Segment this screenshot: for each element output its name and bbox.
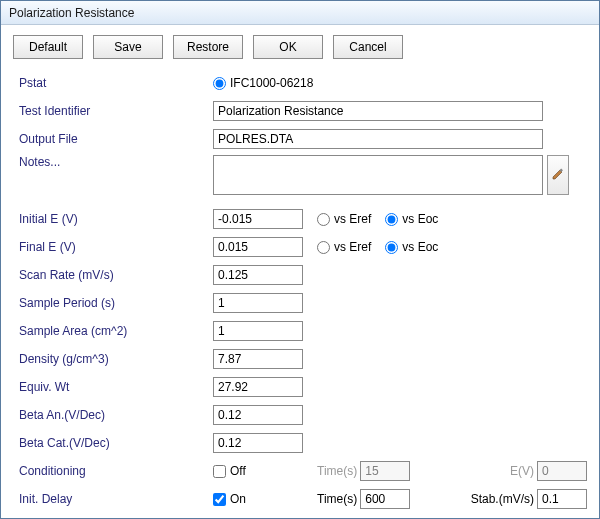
restore-button[interactable]: Restore bbox=[173, 35, 243, 59]
pstat-label: Pstat bbox=[13, 76, 213, 90]
window-title: Polarization Resistance bbox=[9, 6, 134, 20]
vs-eoc-text-2: vs Eoc bbox=[402, 240, 438, 254]
conditioning-label: Conditioning bbox=[13, 464, 213, 478]
final-e-label: Final E (V) bbox=[13, 240, 213, 254]
test-identifier-label: Test Identifier bbox=[13, 104, 213, 118]
cond-ev-input bbox=[537, 461, 587, 481]
vs-eoc-text: vs Eoc bbox=[402, 212, 438, 226]
vs-eref-text: vs Eref bbox=[334, 212, 371, 226]
initial-e-label: Initial E (V) bbox=[13, 212, 213, 226]
pencil-icon bbox=[552, 168, 564, 183]
pstat-device: IFC1000-06218 bbox=[230, 76, 313, 90]
cancel-button[interactable]: Cancel bbox=[333, 35, 403, 59]
init-delay-on-text: On bbox=[230, 492, 246, 506]
init-delay-checkbox[interactable] bbox=[213, 493, 226, 506]
content-area: Default Save Restore OK Cancel Pstat IFC… bbox=[1, 25, 599, 518]
sample-period-input[interactable] bbox=[213, 293, 303, 313]
notes-edit-button[interactable] bbox=[547, 155, 569, 195]
test-identifier-input[interactable] bbox=[213, 101, 543, 121]
init-delay-checkbox-group[interactable]: On bbox=[213, 492, 303, 506]
scan-rate-input[interactable] bbox=[213, 265, 303, 285]
delay-stab-label: Stab.(mV/s) bbox=[471, 492, 534, 506]
beta-cat-input[interactable] bbox=[213, 433, 303, 453]
window: Polarization Resistance Default Save Res… bbox=[0, 0, 600, 519]
delay-time-label: Time(s) bbox=[317, 492, 357, 506]
final-e-vs-eoc-radio[interactable]: vs Eoc bbox=[385, 240, 438, 254]
pstat-radio[interactable]: IFC1000-06218 bbox=[213, 76, 313, 90]
init-delay-label: Init. Delay bbox=[13, 492, 213, 506]
ok-button[interactable]: OK bbox=[253, 35, 323, 59]
final-e-vs-eref-input[interactable] bbox=[317, 241, 330, 254]
cond-time-input bbox=[360, 461, 410, 481]
conditioning-checkbox[interactable] bbox=[213, 465, 226, 478]
toolbar: Default Save Restore OK Cancel bbox=[13, 35, 587, 59]
conditioning-off-text: Off bbox=[230, 464, 246, 478]
notes-textarea[interactable] bbox=[213, 155, 543, 195]
window-titlebar: Polarization Resistance bbox=[1, 1, 599, 25]
beta-an-label: Beta An.(V/Dec) bbox=[13, 408, 213, 422]
cond-time-label: Time(s) bbox=[317, 464, 357, 478]
final-e-vs-eref-radio[interactable]: vs Eref bbox=[317, 240, 371, 254]
output-file-input[interactable] bbox=[213, 129, 543, 149]
equiv-wt-input[interactable] bbox=[213, 377, 303, 397]
initial-e-vs-eref-input[interactable] bbox=[317, 213, 330, 226]
cond-ev-label: E(V) bbox=[510, 464, 534, 478]
initial-e-input[interactable] bbox=[213, 209, 303, 229]
scan-rate-label: Scan Rate (mV/s) bbox=[13, 268, 213, 282]
output-file-label: Output File bbox=[13, 132, 213, 146]
notes-label: Notes... bbox=[13, 155, 213, 169]
final-e-input[interactable] bbox=[213, 237, 303, 257]
initial-e-vs-eoc-input[interactable] bbox=[385, 213, 398, 226]
conditioning-checkbox-group[interactable]: Off bbox=[213, 464, 303, 478]
delay-time-input[interactable] bbox=[360, 489, 410, 509]
pstat-radio-input[interactable] bbox=[213, 77, 226, 90]
sample-period-label: Sample Period (s) bbox=[13, 296, 213, 310]
beta-cat-label: Beta Cat.(V/Dec) bbox=[13, 436, 213, 450]
density-label: Density (g/cm^3) bbox=[13, 352, 213, 366]
delay-stab-input[interactable] bbox=[537, 489, 587, 509]
vs-eref-text-2: vs Eref bbox=[334, 240, 371, 254]
beta-an-input[interactable] bbox=[213, 405, 303, 425]
sample-area-input[interactable] bbox=[213, 321, 303, 341]
initial-e-vs-eref-radio[interactable]: vs Eref bbox=[317, 212, 371, 226]
equiv-wt-label: Equiv. Wt bbox=[13, 380, 213, 394]
density-input[interactable] bbox=[213, 349, 303, 369]
save-button[interactable]: Save bbox=[93, 35, 163, 59]
sample-area-label: Sample Area (cm^2) bbox=[13, 324, 213, 338]
final-e-vs-eoc-input[interactable] bbox=[385, 241, 398, 254]
default-button[interactable]: Default bbox=[13, 35, 83, 59]
initial-e-vs-eoc-radio[interactable]: vs Eoc bbox=[385, 212, 438, 226]
